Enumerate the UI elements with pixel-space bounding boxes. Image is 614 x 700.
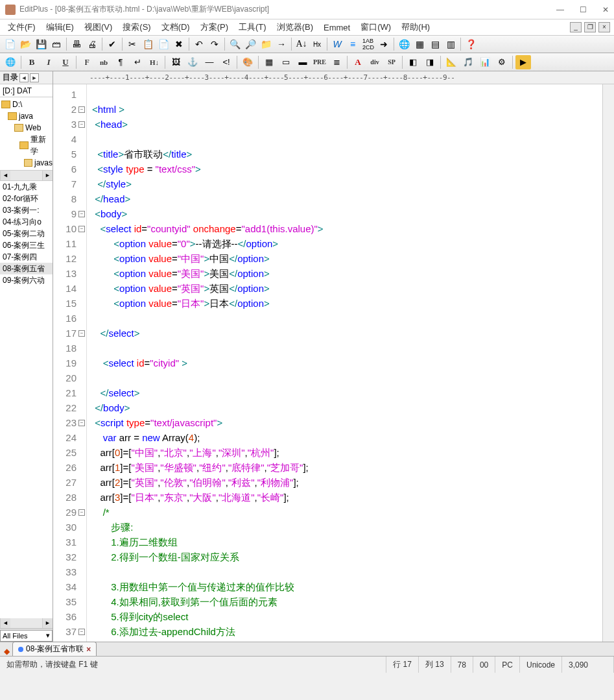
wrap-icon[interactable]: W <box>330 37 344 51</box>
goto-icon[interactable]: → <box>274 37 289 51</box>
mdi-close-button[interactable]: × <box>598 22 610 32</box>
save-icon[interactable]: 💾 <box>34 37 48 51</box>
run-button[interactable]: ▶ <box>515 55 531 69</box>
save-all-icon[interactable]: 🗃 <box>49 37 64 51</box>
table-button[interactable]: ▦ <box>261 55 277 69</box>
tree-node[interactable]: javas <box>0 157 53 169</box>
find-icon[interactable]: 🔍 <box>228 37 242 51</box>
menu-item[interactable]: 文件(F) <box>4 20 40 34</box>
linenum-icon[interactable]: ≡ <box>346 37 360 51</box>
sp-button[interactable]: SP <box>384 55 399 69</box>
br-button[interactable]: ↵ <box>130 55 145 69</box>
browser-preview-icon[interactable]: 🌐 <box>3 55 18 69</box>
file-item[interactable]: 03-案例一: <box>0 204 53 216</box>
pre-button[interactable]: PRE <box>312 55 327 69</box>
find-files-icon[interactable]: 📁 <box>259 37 273 51</box>
print-icon[interactable]: 🖶 <box>69 37 84 51</box>
help-icon[interactable]: ❓ <box>464 37 478 51</box>
menu-item[interactable]: 文档(D) <box>158 20 194 34</box>
undo-icon[interactable]: ↶ <box>192 37 206 51</box>
tree-node[interactable]: 重新学 <box>0 134 53 157</box>
line-gutter[interactable]: 12−3−456789−10−11121314151617−1819202122… <box>53 84 87 642</box>
italic-button[interactable]: I <box>41 55 56 69</box>
indent-icon[interactable]: ➜ <box>377 37 391 51</box>
para-button[interactable]: ¶ <box>113 55 128 69</box>
css-button[interactable]: ◧ <box>405 55 421 69</box>
open-file-icon[interactable]: 📂 <box>18 37 32 51</box>
tree-scrollbar[interactable]: ◄► <box>0 171 53 181</box>
folder-tree[interactable]: D:\javaWeb重新学javas <box>0 97 53 171</box>
vertical-scrollbar[interactable] <box>602 84 614 642</box>
menu-item[interactable]: Emmet <box>320 21 354 34</box>
underline-button[interactable]: U <box>58 55 73 69</box>
ruler-icon[interactable]: 1AB2CD <box>361 37 375 51</box>
view2-icon[interactable]: ▤ <box>428 37 442 51</box>
toggle-a-icon[interactable]: A↓ <box>294 37 309 51</box>
browser-icon[interactable]: 🌐 <box>397 37 411 51</box>
tool1-icon[interactable]: 📐 <box>443 55 459 69</box>
spellcheck-icon[interactable]: ✔ <box>105 37 119 51</box>
tab-close-icon[interactable]: × <box>86 645 91 654</box>
file-filter[interactable]: All Files▾ <box>0 630 53 642</box>
hr-button[interactable]: — <box>202 55 217 69</box>
list-button[interactable]: ≣ <box>329 55 344 69</box>
menu-item[interactable]: 搜索(S) <box>119 20 154 34</box>
tab-current[interactable]: 08-案例五省市联 × <box>12 642 97 656</box>
dir-right-button[interactable]: ► <box>30 73 39 82</box>
drive-selector[interactable]: [D:] DAT <box>0 84 53 97</box>
cut-icon[interactable]: ✂ <box>125 37 139 51</box>
code-area[interactable]: <html > <head> <title>省市联动</title> <styl… <box>87 84 602 642</box>
input-button[interactable]: ▬ <box>295 55 311 69</box>
replace-icon[interactable]: 🔎 <box>243 37 257 51</box>
tool3-icon[interactable]: 📊 <box>477 55 493 69</box>
tree-node[interactable]: Web <box>0 122 53 134</box>
view3-icon[interactable]: ▥ <box>443 37 458 51</box>
file-item[interactable]: 01-九九乘 <box>0 181 53 193</box>
menu-item[interactable]: 方案(P) <box>196 20 232 34</box>
maximize-button[interactable]: ☐ <box>580 5 587 14</box>
file-list[interactable]: 01-九九乘02-for循环03-案例一:04-练习向o05-案例二动06-案例… <box>0 181 53 618</box>
tree-node[interactable]: java <box>0 110 53 122</box>
file-item[interactable]: 04-练习向o <box>0 216 53 228</box>
file-item[interactable]: 05-案例二动 <box>0 228 53 239</box>
menu-item[interactable]: 工具(T) <box>235 20 270 34</box>
close-button[interactable]: ✕ <box>602 5 609 14</box>
file-item[interactable]: 02-for循环 <box>0 193 53 204</box>
dir-left-button[interactable]: ◄ <box>19 73 29 82</box>
comment-button[interactable]: <! <box>218 55 234 69</box>
tool2-icon[interactable]: 🎵 <box>460 55 476 69</box>
color-button[interactable]: 🎨 <box>240 55 255 69</box>
file-item[interactable]: 08-案例五省 <box>0 263 53 274</box>
nb-button[interactable]: nb <box>96 55 112 69</box>
file-item[interactable]: 09-案例六动 <box>0 274 53 286</box>
menu-item[interactable]: 浏览器(B) <box>273 20 317 34</box>
mdi-restore-button[interactable]: ❐ <box>584 22 596 32</box>
bold-button[interactable]: B <box>24 55 40 69</box>
menu-item[interactable]: 窗口(W) <box>357 20 395 34</box>
file-item[interactable]: 07-案例四 <box>0 251 53 263</box>
tree-node[interactable]: D:\ <box>0 99 53 110</box>
menu-item[interactable]: 帮助(H) <box>397 20 434 34</box>
redo-icon[interactable]: ↷ <box>207 37 222 51</box>
font-button[interactable]: F <box>79 55 95 69</box>
menu-item[interactable]: 编辑(E) <box>42 20 78 34</box>
image-button[interactable]: 🖼 <box>168 55 183 69</box>
mdi-min-button[interactable]: _ <box>570 22 582 32</box>
hex-icon[interactable]: Hx <box>310 37 324 51</box>
preview-icon[interactable]: 🖨 <box>85 37 99 51</box>
form-button[interactable]: ▭ <box>278 55 294 69</box>
div-button[interactable]: div <box>367 55 383 69</box>
paste-icon[interactable]: 📄 <box>156 37 171 51</box>
minimize-button[interactable]: — <box>556 5 564 14</box>
heading-button[interactable]: H↓ <box>147 55 162 69</box>
delete-icon[interactable]: ✖ <box>172 37 186 51</box>
view1-icon[interactable]: ▦ <box>412 37 427 51</box>
menu-item[interactable]: 视图(V) <box>80 20 116 34</box>
tool4-icon[interactable]: ⚙ <box>494 55 510 69</box>
js-button[interactable]: ◨ <box>422 55 438 69</box>
new-file-icon[interactable]: 📄 <box>3 37 17 51</box>
anchor-button[interactable]: ⚓ <box>185 55 200 69</box>
a-button[interactable]: A <box>350 55 366 69</box>
file-item[interactable]: 06-案例三生 <box>0 239 53 251</box>
file-scrollbar[interactable]: ◄► <box>0 618 53 629</box>
